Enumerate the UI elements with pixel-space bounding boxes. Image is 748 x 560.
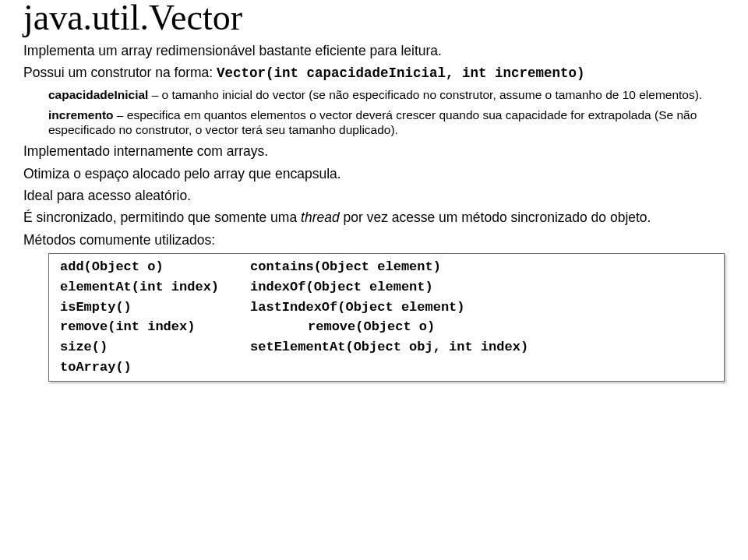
method-item: indexOf(Object element): [250, 279, 528, 296]
method-item: elementAt(int index): [60, 279, 219, 296]
paragraph-constructor: Possui um construtor na forma: Vector(in…: [23, 64, 725, 82]
sync-text-a: É sincronizado, permitindo que somente u…: [23, 210, 301, 225]
paragraph-space: Otimiza o espaço alocado pelo array que …: [23, 165, 725, 182]
method-item: toArray(): [60, 359, 219, 376]
slide-body: Implementa um array redimensionável bast…: [23, 42, 725, 382]
constructor-code: Vector(int capacidadeInicial, int increm…: [217, 65, 585, 81]
methods-box: add(Object o) elementAt(int index) isEmp…: [48, 253, 725, 382]
subparam-capacidade-name: capacidadeInicial: [48, 88, 148, 101]
paragraph-random: Ideal para acesso aleatório.: [23, 187, 725, 204]
paragraph-sync: É sincronizado, permitindo que somente u…: [23, 209, 725, 226]
sync-italic: thread: [301, 210, 340, 225]
slide: java.util.Vector Implementa um array red…: [0, 0, 748, 397]
method-item: isEmpty(): [60, 299, 219, 316]
methods-col-1: add(Object o) elementAt(int index) isEmp…: [60, 259, 219, 376]
slide-title: java.util.Vector: [23, 0, 725, 36]
method-item: lastIndexOf(Object element): [250, 299, 528, 316]
method-item: remove(Object o): [308, 319, 528, 336]
constructor-text: Possui um construtor na forma:: [23, 65, 217, 80]
paragraph-methods-heading: Métodos comumente utilizados:: [23, 231, 725, 248]
paragraph-intro: Implementa um array redimensionável bast…: [23, 42, 725, 59]
subparam-incremento-name: incremento: [48, 108, 114, 122]
method-item: contains(Object element): [250, 259, 528, 276]
method-item: setElementAt(Object obj, int index): [250, 339, 528, 356]
method-item: remove(int index): [60, 319, 219, 336]
subparam-incremento-desc: – especifica em quantos elementos o vect…: [48, 108, 697, 137]
sync-text-b: por vez acesse um método sincronizado do…: [340, 210, 651, 225]
method-item: add(Object o): [60, 259, 219, 276]
subparam-capacidade-desc: – o tamanho inicial do vector (se não es…: [148, 88, 702, 101]
subparam-capacidade: capacidadeInicial – o tamanho inicial do…: [48, 87, 725, 103]
method-item: size(): [60, 339, 219, 356]
subparam-incremento: incremento – especifica em quantos eleme…: [48, 107, 725, 139]
paragraph-impl: Implementado internamente com arrays.: [23, 143, 725, 160]
methods-col-2: contains(Object element) indexOf(Object …: [250, 259, 528, 376]
